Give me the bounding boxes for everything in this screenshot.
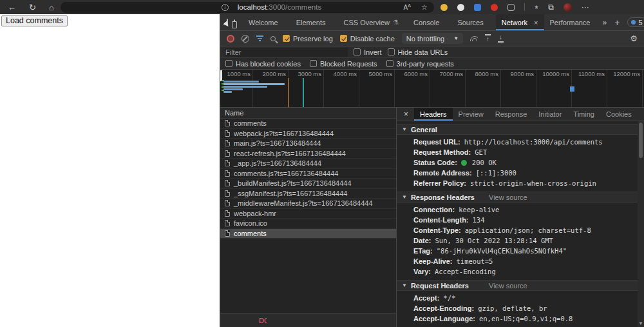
devtools-tab[interactable]: Sources: [451, 14, 495, 30]
inspect-element-icon[interactable]: [227, 19, 228, 26]
details-tab[interactable]: Preview: [453, 108, 489, 121]
name-column-header[interactable]: Name: [220, 108, 396, 119]
checkbox-icon[interactable]: [225, 60, 232, 67]
extension-cookie-icon[interactable]: [440, 4, 448, 11]
request-row[interactable]: webpack-hmr: [220, 209, 396, 219]
headers-body: ▼ General Request URL:http://localhost:3…: [397, 121, 644, 327]
devtools-tab[interactable]: Network×: [496, 14, 544, 30]
request-row[interactable]: _buildManifest.js?ts=1667136484444: [220, 179, 396, 189]
filter-input[interactable]: [225, 48, 348, 57]
preserve-log-checkbox[interactable]: Preserve log: [283, 35, 333, 43]
blocked-filter-checkbox[interactable]: Blocked Requests: [310, 60, 377, 68]
request-row[interactable]: comments: [220, 229, 396, 239]
request-row[interactable]: favicon.ico: [220, 219, 396, 229]
details-tab[interactable]: Timing: [567, 108, 600, 121]
device-toolbar-icon[interactable]: [234, 19, 235, 26]
record-icon[interactable]: [227, 35, 234, 43]
home-icon[interactable]: ⌂: [49, 3, 54, 12]
details-tab[interactable]: Cookies: [600, 108, 638, 121]
address-bar[interactable]: i localhost:3000/comments AA ☆: [61, 2, 434, 13]
add-tab-icon[interactable]: +: [614, 17, 620, 28]
devtools-tab-label: Sources: [457, 19, 483, 26]
waterfall-request-marker: [570, 86, 574, 92]
profile-avatar[interactable]: [564, 3, 572, 12]
browser-toolbar: ← ↻ ⌂ i localhost:3000/comments AA ☆ ⭒ ⧉…: [0, 0, 644, 14]
header-row: Request URL:http://localhost:3000/api/co…: [397, 137, 638, 147]
chevron-expanded-icon: ▼: [402, 126, 407, 132]
file-icon: [225, 120, 230, 126]
waterfall-bar: [223, 83, 285, 85]
tab-copy-icon[interactable]: ⧉: [548, 3, 554, 11]
devtools-tab[interactable]: Performance: [544, 14, 603, 30]
request-name: webpack-hmr: [234, 210, 276, 217]
read-aloud-icon[interactable]: AA: [404, 3, 411, 11]
network-overview-timeline[interactable]: 1000 ms2000 ms3000 ms4000 ms5000 ms6000 …: [220, 70, 644, 108]
details-scrollbar[interactable]: ▼: [638, 121, 644, 327]
timeline-cell: 3000 ms: [289, 70, 324, 107]
request-row[interactable]: react-refresh.js?ts=1667136484444: [220, 149, 396, 159]
refresh-icon[interactable]: ↻: [29, 3, 36, 12]
network-conditions-icon[interactable]: [470, 36, 478, 41]
export-har-icon[interactable]: ↓: [498, 34, 504, 43]
extensions-puzzle-icon[interactable]: [507, 4, 515, 11]
favorites-star-icon[interactable]: ☆: [421, 3, 428, 12]
back-icon[interactable]: ←: [8, 3, 16, 12]
disable-cache-checkbox[interactable]: Disable cache: [340, 35, 395, 43]
request-row[interactable]: comments: [220, 119, 396, 129]
waterfall-bar: [223, 81, 259, 83]
invert-checkbox[interactable]: Invert: [354, 48, 382, 56]
devtools-tab[interactable]: Elements: [290, 14, 338, 30]
clear-icon[interactable]: [242, 35, 249, 43]
devtools-tab[interactable]: Welcome: [243, 14, 290, 30]
details-tab[interactable]: Response: [489, 108, 533, 121]
blocked-filter-checkbox[interactable]: 3rd-party requests: [386, 60, 454, 68]
blocked-filter-checkbox[interactable]: Has blocked cookies: [225, 60, 301, 68]
request-row[interactable]: _app.js?ts=1667136484444: [220, 159, 396, 169]
details-tab[interactable]: Initiator: [533, 108, 567, 121]
request-row[interactable]: _ssgManifest.js?ts=1667136484444: [220, 189, 396, 199]
request-headers-section-header[interactable]: ▼ Request Headers View source: [397, 280, 638, 291]
throttling-select[interactable]: No throttling▼: [402, 33, 463, 44]
extension-icon-2[interactable]: [457, 4, 464, 11]
response-headers-section-header[interactable]: ▼ Response Headers View source: [397, 192, 638, 203]
checkbox-icon[interactable]: [388, 48, 395, 55]
extension-icon-3[interactable]: [474, 4, 481, 11]
checkbox-icon[interactable]: [386, 60, 393, 67]
devtools-tab[interactable]: Console: [408, 14, 451, 30]
issues-badge[interactable]: 5: [627, 17, 644, 27]
view-source-link[interactable]: View source: [489, 193, 527, 201]
network-settings-gear-icon[interactable]: ⚙: [630, 34, 638, 43]
browser-menu-icon[interactable]: ···: [582, 3, 589, 11]
extension-icon-4[interactable]: [491, 4, 498, 11]
site-info-icon[interactable]: i: [222, 4, 229, 11]
devtools-tab[interactable]: CSS Overview⚗: [338, 14, 408, 30]
load-comments-button[interactable]: Load comments: [1, 15, 68, 26]
response-header-rows: Connection:keep-alive Content-Length:134…: [397, 203, 638, 277]
waterfall-bar: [223, 91, 232, 93]
details-tab[interactable]: Headers: [414, 108, 453, 121]
import-har-icon[interactable]: ↑: [485, 34, 491, 43]
details-close-icon[interactable]: ×: [399, 110, 413, 119]
blocked-filter-row: Has blocked cookiesBlocked Requests3rd-p…: [220, 58, 644, 70]
file-icon: [225, 220, 230, 226]
request-row[interactable]: _middlewareManifest.js?ts=1667136484444: [220, 199, 396, 209]
request-row[interactable]: main.js?ts=1667136484444: [220, 139, 396, 149]
request-name: webpack.js?ts=1667136484444: [234, 130, 334, 137]
filter-funnel-icon[interactable]: [256, 35, 263, 41]
collections-icon[interactable]: ⭒: [535, 3, 538, 11]
checkbox-checked-icon[interactable]: [340, 35, 347, 42]
hide-data-urls-checkbox[interactable]: Hide data URLs: [388, 48, 448, 56]
checkbox-checked-icon[interactable]: [283, 35, 290, 42]
scrollbar-down-arrow-icon[interactable]: ▼: [638, 321, 643, 326]
scrollbar-thumb[interactable]: [639, 123, 643, 158]
request-row[interactable]: webpack.js?ts=1667136484444: [220, 129, 396, 139]
request-row[interactable]: comments.js?ts=1667136484444: [220, 169, 396, 179]
search-icon[interactable]: [270, 36, 276, 41]
tab-close-icon[interactable]: ×: [534, 19, 538, 26]
checkbox-icon[interactable]: [354, 48, 361, 55]
devtools-tab-label: Network: [502, 19, 527, 26]
more-tabs-icon[interactable]: »: [603, 18, 607, 27]
checkbox-icon[interactable]: [310, 60, 317, 67]
view-source-link[interactable]: View source: [489, 282, 527, 290]
general-section-header[interactable]: ▼ General: [397, 124, 638, 135]
